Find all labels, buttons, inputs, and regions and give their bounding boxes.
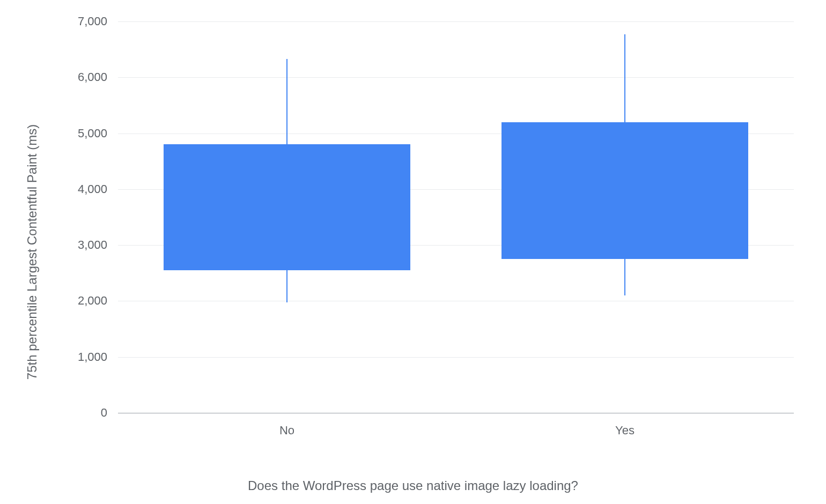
x-tick-label: No <box>279 424 294 438</box>
box-rect <box>502 122 748 260</box>
box-rect <box>164 144 410 270</box>
whisker-upper <box>624 34 625 122</box>
y-tick-label: 4,000 <box>78 182 107 196</box>
y-tick-label: 1,000 <box>78 350 107 364</box>
x-tick-label: Yes <box>615 424 635 438</box>
y-tick-label: 3,000 <box>78 238 107 252</box>
box-plot-no <box>164 21 410 413</box>
y-tick-label: 0 <box>101 406 107 420</box>
y-tick-label: 7,000 <box>78 14 107 28</box>
chart-container: 75th percentile Largest Contentful Paint… <box>32 11 794 493</box>
whisker-upper <box>286 59 287 145</box>
gridline <box>118 413 794 413</box>
plot-area: 01,0002,0003,0004,0005,0006,0007,000NoYe… <box>118 21 794 413</box>
y-tick-label: 6,000 <box>78 70 107 84</box>
whisker-lower <box>286 270 287 302</box>
y-axis-label: 75th percentile Largest Contentful Paint… <box>25 124 40 380</box>
box-plot-yes <box>502 21 748 413</box>
y-tick-label: 5,000 <box>78 127 107 140</box>
x-axis-label: Does the WordPress page use native image… <box>248 478 578 493</box>
y-tick-label: 2,000 <box>78 294 107 308</box>
whisker-lower <box>624 259 625 295</box>
